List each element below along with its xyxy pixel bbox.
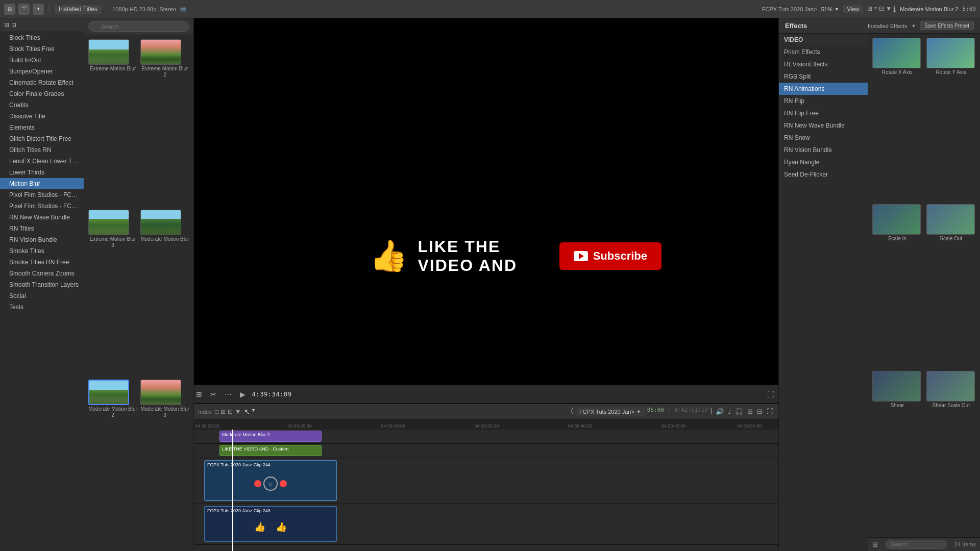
effects-icon[interactable]: ✦ (33, 4, 44, 15)
sidebar-item-elements[interactable]: Elements (0, 122, 84, 133)
sidebar-item-glitch-distort[interactable]: Glitch Distort Title Free (0, 133, 84, 144)
tl-settings-btn[interactable]: ⊞ (746, 407, 754, 416)
browser-thumb-4[interactable]: Moderate Motion Blur (140, 210, 189, 377)
effects-cat-rn-flip[interactable]: RN Flip (779, 95, 868, 107)
effect-thumb-shear-scale[interactable]: Shear Scale Out (926, 371, 976, 533)
browser-thumb-3[interactable]: Extreme Motion Blur 3 (88, 210, 137, 377)
media-icon[interactable]: 🎬 (18, 4, 30, 15)
subscribe-button[interactable]: Subscribe (559, 242, 662, 270)
browser-thumb-6[interactable]: Moderate Motion Blur 3 (140, 380, 189, 547)
clip-custom[interactable]: LIKE THE VIDEO AND - Custom (219, 445, 322, 456)
tl-view-btn-4[interactable]: ▼ (235, 408, 241, 415)
sidebar-item-credits[interactable]: Credits (0, 99, 84, 111)
effects-cat-rn-animations[interactable]: RN Animations (779, 83, 868, 95)
clip-moderate-blur[interactable]: Moderate Motion Blur 2 (219, 431, 322, 442)
tl-view-btn-2[interactable]: ⊞ (220, 408, 226, 415)
sidebar-item-motion-blur[interactable]: Motion Blur (0, 178, 84, 189)
cursor-tools[interactable]: ↖ ▼ (244, 408, 256, 416)
trim-btn[interactable]: ✂ (208, 388, 218, 400)
tl-headphone-btn[interactable]: 🎧 (734, 407, 744, 416)
sidebar-item-rn-vision[interactable]: RN Vision Bundle (0, 234, 84, 245)
effects-cat-rn-vision[interactable]: RN Vision Bundle (779, 144, 868, 156)
tl-audio-btn[interactable]: 🔊 (715, 407, 725, 416)
tl-view-btn-3[interactable]: ⊟ (228, 408, 233, 415)
zoom-value[interactable]: 51% (821, 6, 832, 12)
tl-back-btn[interactable]: ⟨ (571, 407, 573, 416)
tl-forward-btn[interactable]: ⟩ (710, 407, 713, 416)
app-icon[interactable]: ⊞ (4, 4, 15, 15)
info-icon[interactable]: ℹ (893, 5, 896, 13)
clip-video-244[interactable]: FCPX Tuts 2020 Jan> Clip 244 ○ (204, 460, 337, 501)
zoom-in-btn[interactable]: ⊞ (194, 388, 204, 400)
tl-view-btn-1[interactable]: □ (215, 408, 218, 415)
save-effects-preset-btn[interactable]: Save Effects Preset (920, 21, 974, 30)
browser-thumb-2[interactable]: Extreme Motion Blur 2 (140, 39, 189, 207)
effect-thumb-rotate-x[interactable]: Rotate X Axis (872, 38, 922, 200)
cursor-icon[interactable]: ↖ (244, 408, 250, 416)
effect-thumb-scale-in[interactable]: Scale In (872, 204, 922, 366)
sidebar-item-glitch-titles-rn[interactable]: Glitch Titles RN (0, 144, 84, 156)
thumb-label-6: Moderate Motion Blur 3 (140, 406, 189, 418)
sidebar-item-rn-new-wave[interactable]: RN New Wave Bundle (0, 212, 84, 223)
view-button[interactable]: View (843, 5, 864, 13)
effects-cat-video[interactable]: VIDEO (779, 34, 868, 46)
effect-thumb-scale-out[interactable]: Scale Out (926, 204, 976, 366)
sidebar-item-cinematic-rotate[interactable]: Cinematic Rotate Effect (0, 77, 84, 88)
more-btn[interactable]: ⋯ (223, 388, 234, 400)
view-icon-4[interactable]: ▼ (886, 5, 892, 13)
search-input[interactable] (88, 21, 189, 32)
fullscreen-btn[interactable]: ⛶ (767, 390, 774, 398)
effects-dropdown-arrow[interactable]: ▼ (911, 23, 916, 29)
effect-thumb-shear[interactable]: Shear (872, 371, 922, 533)
sidebar-item-lower-thirds[interactable]: Lower Thirds (0, 167, 84, 178)
clip-video-243[interactable]: FCPX Tuts 2020 Jan> Clip 243 👍 👍 (204, 506, 337, 542)
modifier-name: Moderate Motion Blur 2 (900, 6, 958, 12)
browser-thumb-5[interactable]: Moderate Motion Blur 2 (88, 380, 137, 547)
project-name-btn[interactable]: FCPX Tuts 2020 Jan> ▼ (575, 407, 645, 416)
circle-control[interactable]: ○ (263, 477, 278, 491)
sidebar-item-rn-titles[interactable]: RN Titles (0, 223, 84, 234)
tl-midi-btn[interactable]: ♩ (727, 407, 732, 416)
sidebar-item-pixel-film-1[interactable]: Pixel Film Studios - FCPX... (0, 189, 84, 201)
grid-view-icon[interactable]: ⊞ (872, 541, 878, 548)
effects-cat-rn-flip-free[interactable]: RN Flip Free (779, 107, 868, 119)
sidebar-item-pixel-film-2[interactable]: Pixel Film Studios - FCPX... (0, 201, 84, 212)
sidebar-item-social[interactable]: Social (0, 290, 84, 302)
view-icon-1[interactable]: ⊞ (867, 5, 872, 13)
effects-cat-rn-new-wave[interactable]: RN New Wave Bundle (779, 119, 868, 132)
sidebar-item-color-finale[interactable]: Color Finale Grades (0, 88, 84, 99)
sidebar-item-block-titles-free[interactable]: Block Titles Free (0, 43, 84, 55)
sidebar-item-smoke-titles-rn-free[interactable]: Smoke Titles RN Free (0, 257, 84, 268)
sidebar-icon-1[interactable]: ⊞ (4, 21, 9, 29)
sidebar-item-dissolve-title[interactable]: Dissolve Title (0, 111, 84, 122)
sidebar-item-block-titles[interactable]: Block Titles (0, 32, 84, 43)
sidebar-item-tests[interactable]: Tests (0, 302, 84, 313)
separator-2 (107, 4, 107, 14)
installed-titles-dropdown[interactable]: Installed Titles (55, 5, 102, 14)
sidebar-item-smooth-camera-zooms[interactable]: Smooth Camera Zooms (0, 268, 84, 279)
browser-thumb-1[interactable]: Extreme Motion Blur (88, 39, 137, 207)
sidebar-item-smoke-titles[interactable]: Smoke Titles (0, 245, 84, 257)
zoom-chevron[interactable]: ▼ (835, 7, 839, 12)
view-icon-3[interactable]: ⊟ (879, 5, 884, 13)
installed-effects-label[interactable]: Installed Effects (868, 23, 907, 29)
effects-cat-rgb[interactable]: RGB Split (779, 70, 868, 83)
effects-search-input[interactable] (886, 540, 947, 549)
project-name-top[interactable]: FCPX Tuts 2020 Jan> (762, 6, 817, 12)
sidebar-icon-2[interactable]: ⊟ (11, 21, 16, 29)
sidebar-item-smooth-transition[interactable]: Smooth Transition Layers (0, 279, 84, 290)
effect-thumb-rotate-y[interactable]: Rotate Y Axis (926, 38, 976, 200)
view-icon-2[interactable]: ≡ (874, 5, 877, 13)
effects-cat-seed[interactable]: Seed De-Flicker (779, 168, 868, 181)
sidebar-item-lenofx[interactable]: LenoFX Clean Lower Third (0, 156, 84, 167)
play-btn[interactable]: ▶ (238, 388, 248, 400)
tl-expand-btn[interactable]: ⛶ (766, 407, 774, 416)
effects-cat-ryan-nangle[interactable]: Ryan Nangle (779, 156, 868, 168)
effects-cat-prism[interactable]: Prism Effects (779, 46, 868, 58)
effects-cat-rn-snow[interactable]: RN Snow (779, 132, 868, 144)
sidebar-item-bumper-opener[interactable]: Bumper/Opener (0, 66, 84, 77)
cursor-chevron[interactable]: ▼ (251, 408, 256, 416)
tl-solo-btn[interactable]: ⊟ (756, 407, 764, 416)
sidebar-item-build-in-out[interactable]: Build In/Out (0, 55, 84, 66)
effects-cat-revision[interactable]: REVisionEffects (779, 58, 868, 70)
